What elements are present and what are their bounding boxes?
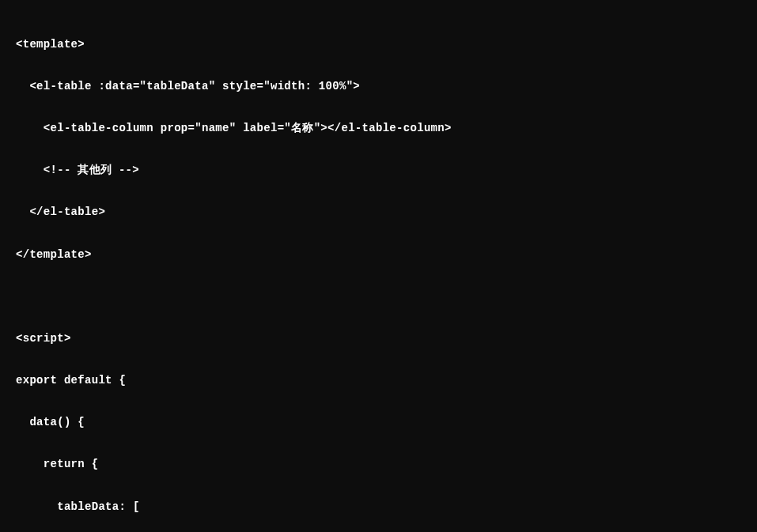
code-line: tableData: [ [16, 496, 741, 518]
code-line: </el-table> [16, 202, 741, 223]
code-line: return { [16, 454, 741, 475]
code-line: <!-- 其他列 --> [16, 160, 741, 181]
code-snippet: <template> <el-table :data="tableData" s… [16, 13, 741, 532]
code-line [16, 286, 741, 308]
code-line: data() { [16, 412, 741, 433]
code-line: </template> [16, 244, 741, 266]
code-line: <script> [16, 328, 741, 349]
code-line: <template> [16, 34, 741, 55]
code-line: <el-table :data="tableData" style="width… [16, 76, 741, 97]
code-line: export default { [16, 370, 741, 391]
code-line: <el-table-column prop="name" label="名称">… [16, 118, 741, 139]
